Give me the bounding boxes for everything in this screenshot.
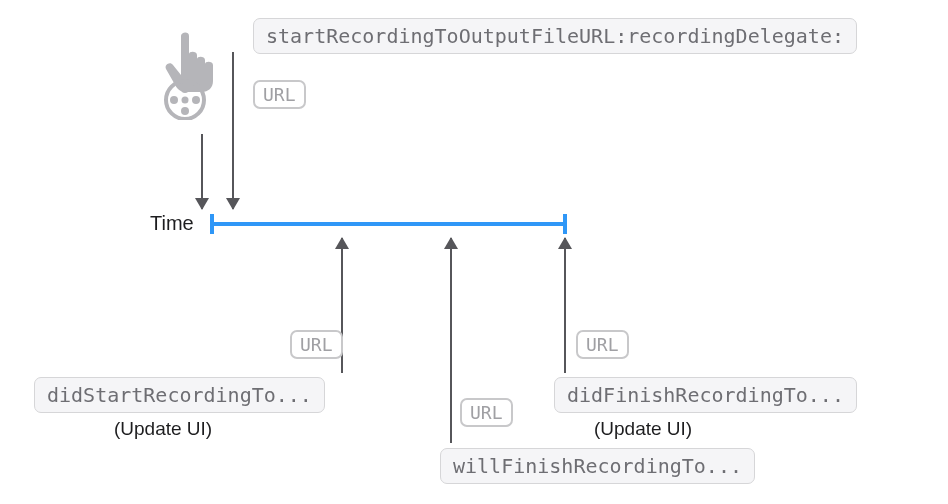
method-start-recording: startRecordingToOutputFileURL:recordingD…: [253, 18, 857, 54]
arrow-will-finish-up: [450, 238, 452, 443]
arrow-tap-down: [201, 134, 203, 209]
touch-film-icon: [159, 30, 231, 124]
callback-did-finish: didFinishRecordingTo...: [554, 377, 857, 413]
callback-did-start: didStartRecordingTo...: [34, 377, 325, 413]
time-label: Time: [150, 212, 194, 235]
svg-point-1: [182, 97, 189, 104]
url-tag-will-finish: URL: [460, 398, 513, 427]
svg-point-2: [181, 85, 189, 93]
callback-will-finish: willFinishRecordingTo...: [440, 448, 755, 484]
note-update-ui-right: (Update UI): [594, 418, 692, 440]
svg-point-3: [181, 107, 189, 115]
svg-point-5: [192, 96, 200, 104]
note-update-ui-left: (Update UI): [114, 418, 212, 440]
svg-point-4: [170, 96, 178, 104]
arrow-did-finish-up: [564, 238, 566, 373]
arrow-start-down: [232, 52, 234, 209]
url-tag-top: URL: [253, 80, 306, 109]
url-tag-did-start: URL: [290, 330, 343, 359]
url-tag-did-finish: URL: [576, 330, 629, 359]
timeline: [210, 222, 567, 226]
